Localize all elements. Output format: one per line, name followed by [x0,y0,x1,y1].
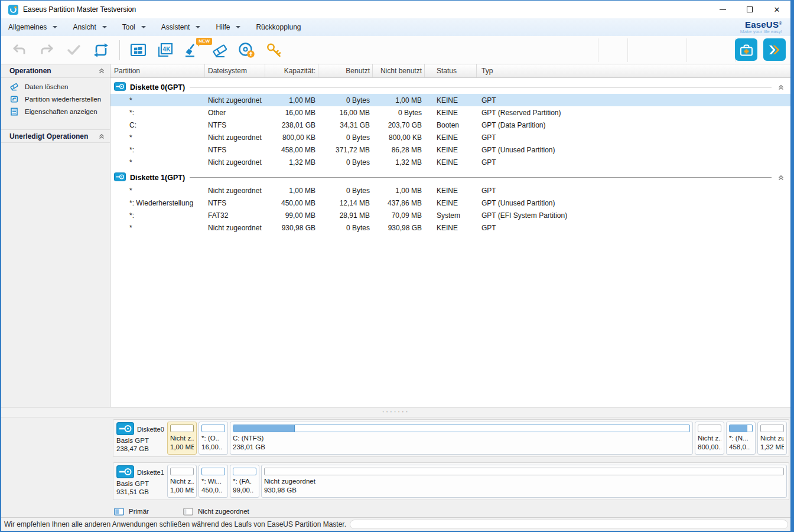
cell-capacity: 1,00 MB [265,96,318,105]
properties-icon [9,107,19,116]
column-header-fs[interactable]: Dateisystem [205,64,265,77]
chevron-down-icon [102,26,107,28]
collapse-chevron-icon[interactable] [777,84,785,91]
table-row[interactable]: *:FAT3299,00 MB28,91 MB70,09 MBSystemGPT… [110,209,790,221]
column-header-capacity[interactable]: Kapazität: [265,64,318,77]
disk-group-header[interactable]: Diskette 0(GPT) [110,78,790,94]
column-header-type[interactable]: Typ [477,64,790,77]
migrate-os-button[interactable] [125,38,152,62]
menu-item-assistent[interactable]: Assistent [161,23,201,31]
menu-item-label: Allgemeines [8,23,47,31]
legend-primary-icon [114,508,124,515]
toolbar-separator [686,38,687,62]
usage-bar [264,468,784,475]
toolbar-separator [598,38,598,62]
partition-block[interactable]: *: (O..16,00.. [198,422,228,455]
disk-group-header[interactable]: Diskette 1(GPT) [110,168,790,184]
burn-disc-button[interactable] [233,38,261,62]
maximize-button[interactable] [736,1,763,18]
4k-align-button[interactable]: 4K [152,38,179,62]
cell-capacity: 16,00 MB [265,109,318,117]
undo-button[interactable] [6,38,33,62]
column-header-unused[interactable]: Nicht benutzt [373,64,425,77]
partition-block[interactable]: Nicht z...1,00 MB [167,422,197,455]
cleanup-button[interactable]: NEW [179,38,206,62]
table-row[interactable]: *Nicht zugeordnet1,32 MB0 Bytes1,32 MBKE… [110,156,790,168]
partition-block[interactable]: *: (N...458,0.. [726,422,756,455]
sidebar-spacer [1,118,110,129]
disk-info-0[interactable]: Diskette0Basis GPT238,47 GB [115,422,167,455]
menu-item-hilfe[interactable]: Hilfe [216,23,240,31]
toolkit-button[interactable] [735,38,757,61]
collapse-chevron-icon[interactable] [98,67,105,74]
panel-splitter-handle[interactable]: ······· [1,407,790,417]
cell-used: 12,14 MB [318,199,373,207]
table-row[interactable]: C:NTFS238,01 GB34,31 GB203,70 GBBootenGP… [110,119,790,131]
cell-used: 0 Bytes [318,187,373,195]
partition-block[interactable]: C: (NTFS)238,01 GB [230,422,693,455]
brand-registered-mark: ® [779,21,782,26]
table-row[interactable]: *Nicht zugeordnet930,98 GB0 Bytes930,98 … [110,221,790,234]
disk-blocks: Nicht z...1,00 MB*: (O..16,00..C: (NTFS)… [167,422,787,455]
collapse-chevron-icon[interactable] [98,133,105,140]
redo-button[interactable] [33,38,60,62]
refresh-button[interactable] [87,38,115,62]
cell-used: 34,31 GB [318,121,373,129]
legend-item-primary: Primär [114,508,149,515]
titlebar: Easeus Partition Master Testversion ✕ [1,1,790,18]
table-row[interactable]: *Nicht zugeordnet1,00 MB0 Bytes1,00 MBKE… [110,94,790,106]
disk-info-1[interactable]: Diskette1Basis GPT931,51 GB [115,465,167,498]
cell-used: 16,00 MB [318,109,373,117]
disk-panel-1: Diskette1Basis GPT931,51 GBNicht z...1,0… [113,462,789,500]
app-logo-icon [8,5,18,15]
partition-block-label: *: (N... [729,434,753,443]
disk-blocks: Nicht z...1,00 MB*: Wi...450,0..*: (FA.9… [167,465,787,498]
cell-type: GPT (Unused Partition) [477,199,790,207]
partition-block[interactable]: *: Wi...450,0.. [198,465,228,498]
partition-block-size: 99,00.. [233,486,256,495]
partition-block-size: 1,32 MB [760,443,784,452]
table-row[interactable]: *:Other16,00 MB16,00 MB0 BytesKEINEGPT (… [110,106,790,119]
easeus-home-button[interactable] [763,38,786,61]
sidebar-item-eigenschaften-anzeigen[interactable]: Eigenschaften anzeigen [1,105,110,118]
column-header-used[interactable]: Benutzt [318,64,373,77]
menu-item-allgemeines[interactable]: Allgemeines [8,23,57,31]
table-row[interactable]: *:NTFS458,00 MB371,72 MB86,28 MBKEINEGPT… [110,143,790,156]
partition-block[interactable]: Nicht zu...1,32 MB [757,422,787,455]
collapse-chevron-icon[interactable] [777,174,785,181]
menu-item-tool[interactable]: Tool [122,23,146,31]
table-row[interactable]: *Nicht zugeordnet800,00 KB0 Bytes800,00 … [110,131,790,143]
pending-operations-section-title: Unerledigt Operationen [9,132,88,141]
table-row[interactable]: *Nicht zugeordnet1,00 MB0 Bytes1,00 MBKE… [110,184,790,197]
restore-icon [9,94,19,104]
usage-bar [170,468,194,475]
table-row[interactable]: *: WiederherstellungNTFS450,00 MB12,14 M… [110,197,790,209]
menu-item-rückkopplung[interactable]: Rückkopplung [256,23,301,31]
minimize-button[interactable] [709,1,736,18]
sidebar-item-label: Eigenschaften anzeigen [25,108,97,115]
sidebar-item-daten-löschen[interactable]: Daten löschen [1,80,110,93]
column-header-partition[interactable]: Partition [110,64,205,77]
column-header-status[interactable]: Status [425,64,477,77]
partition-block[interactable]: Nicht z...1,00 MB [167,465,197,498]
sidebar-item-partition-wiederherstellen[interactable]: Partition wiederherstellen [1,93,110,105]
cell-type: GPT [477,96,790,105]
cell-status: KEINE [425,109,477,117]
partition-block[interactable]: *: (FA.99,00.. [230,465,259,498]
wipe-data-button[interactable] [206,38,233,62]
usage-bar [233,425,690,432]
partition-block[interactable]: Nicht z...800,00.. [695,422,724,455]
cell-capacity: 800,00 KB [265,133,318,142]
cell-unused: 0 Bytes [373,109,425,117]
usage-bar [760,425,784,432]
pending-operations-section-header[interactable]: Unerledigt Operationen [1,129,110,143]
menu-item-ansicht[interactable]: Ansicht [73,23,106,31]
cell-capacity: 458,00 MB [265,146,318,154]
apply-button[interactable] [60,38,87,62]
disk-group-title: Diskette 0(GPT) [130,83,185,92]
partition-block[interactable]: Nicht zugeordnet930,98 GB [261,465,787,498]
operations-section-header[interactable]: Operationen [1,64,110,78]
close-button[interactable]: ✕ [763,1,790,18]
statusbar: Wir empfehlen Ihnen alle anderen Anwendu… [1,517,790,531]
license-key-button[interactable] [261,38,288,62]
